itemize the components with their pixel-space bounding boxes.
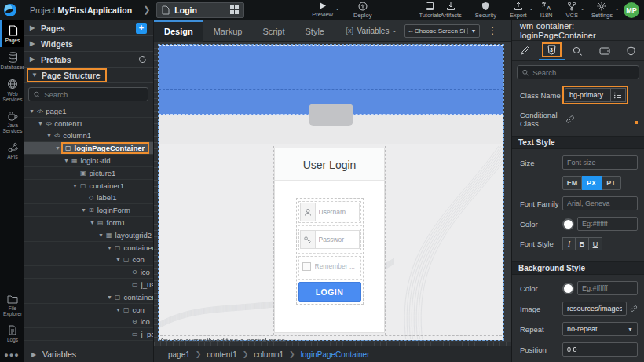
add-page-button[interactable]: +: [136, 23, 147, 34]
bg-color-input[interactable]: [577, 281, 638, 295]
caret-down-icon[interactable]: ▼: [37, 121, 44, 126]
caret-down-icon[interactable]: ▼: [115, 257, 122, 262]
export-button[interactable]: Export ⌄: [510, 2, 527, 19]
tab-style[interactable]: Style: [295, 20, 335, 42]
username-input[interactable]: [315, 203, 360, 221]
tree-item-container[interactable]: ▼▢container: [24, 291, 153, 304]
caret-down-icon[interactable]: ▼: [106, 294, 113, 300]
login-button[interactable]: LOGIN: [298, 282, 361, 302]
user-avatar[interactable]: MP: [624, 2, 639, 18]
text-color-input[interactable]: [577, 217, 638, 231]
login-form[interactable]: Remember ... LOGIN: [296, 198, 364, 305]
structure-search[interactable]: [28, 87, 148, 101]
security-button[interactable]: Security: [475, 2, 496, 19]
sidebar-item-file-explorer[interactable]: File Explorer: [0, 290, 24, 320]
vcs-button[interactable]: VCS ⌄: [565, 2, 577, 19]
caret-down-icon[interactable]: ▼: [28, 108, 35, 114]
font-size-input[interactable]: [562, 155, 638, 170]
sidebar-item-apis[interactable]: APIs: [0, 137, 24, 163]
tree-item-j_password[interactable]: ▭j_pa: [24, 328, 153, 341]
bg-position-input[interactable]: [562, 342, 638, 357]
section-prefabs[interactable]: ▶ Prefabs: [24, 52, 153, 68]
breadcrumb-loginPageContainer[interactable]: loginPageContainer: [301, 350, 370, 359]
tree-item-loginPageContainer[interactable]: ▼▢loginPageContainer: [24, 142, 153, 155]
unit-em-button[interactable]: EM: [562, 176, 582, 190]
settings-button[interactable]: Settings ⌄: [591, 2, 613, 19]
picture-placeholder[interactable]: [309, 104, 353, 126]
section-variables[interactable]: ▶ Variables: [24, 346, 153, 362]
tab-markup[interactable]: Markup: [203, 20, 253, 42]
caret-down-icon[interactable]: ▼: [115, 307, 122, 313]
i18n-button[interactable]: A I18N: [540, 2, 553, 19]
caret-down-icon[interactable]: ▼: [46, 133, 53, 138]
caret-down-icon[interactable]: ▼: [80, 207, 87, 213]
caret-down-icon[interactable]: ▼: [63, 158, 70, 163]
screen-size-select[interactable]: -- Choose Screen Size -- ▼: [404, 24, 480, 38]
tab-design[interactable]: Design: [154, 20, 203, 42]
underline-button[interactable]: U: [589, 237, 602, 250]
bg-color-swatch[interactable]: [562, 283, 574, 294]
tree-item-container[interactable]: ▼▢con: [24, 304, 153, 316]
more-icon[interactable]: ●●●: [0, 346, 24, 362]
sidebar-item-web-services[interactable]: Web Services: [0, 74, 24, 106]
tutorials-button[interactable]: Tutorials: [419, 2, 441, 19]
font-family-input[interactable]: [562, 196, 638, 210]
tree-item-loginGrid[interactable]: ▼▦loginGrid: [24, 155, 153, 167]
tab-security[interactable]: [617, 41, 644, 60]
caret-down-icon[interactable]: ▼: [71, 183, 79, 188]
tree-item-container1[interactable]: ▼▢container1: [24, 180, 153, 192]
page-header-section[interactable]: [159, 45, 503, 90]
artifacts-button[interactable]: Artifacts: [441, 2, 462, 19]
app-logo[interactable]: [0, 0, 20, 20]
sidebar-item-databases[interactable]: Databases: [0, 47, 24, 74]
page-preview[interactable]: User Login: [159, 45, 503, 340]
variables-dropdown[interactable]: {x} Variables ⌄: [346, 27, 397, 35]
tab-styles[interactable]: 3: [539, 41, 565, 60]
tab-script[interactable]: Script: [252, 20, 295, 42]
class-name-input[interactable]: [565, 88, 610, 102]
breadcrumb-column1[interactable]: column1: [254, 350, 284, 359]
refresh-icon[interactable]: [138, 55, 147, 64]
password-input[interactable]: [315, 230, 360, 249]
breadcrumb-content1[interactable]: content1: [207, 350, 236, 359]
preview-button[interactable]: Preview ⌄: [312, 2, 333, 18]
remember-checkbox[interactable]: [302, 262, 311, 271]
section-page-structure[interactable]: ▼ Page Structure: [24, 68, 153, 83]
tree-item-label1[interactable]: ◇label1: [24, 192, 153, 205]
unit-px-button[interactable]: PX: [582, 176, 602, 190]
caret-down-icon[interactable]: ▼: [89, 220, 96, 225]
tree-item-j_username[interactable]: ▭j_us: [24, 279, 153, 291]
caret-down-icon[interactable]: ▼: [97, 232, 104, 238]
search-input[interactable]: [532, 68, 634, 77]
caret-down-icon[interactable]: ▼: [54, 145, 61, 151]
tree-item-icon[interactable]: ⊖ico: [24, 266, 153, 279]
class-list-button[interactable]: [610, 88, 626, 102]
tree-item-page1[interactable]: ▼</>page1: [24, 105, 153, 118]
chain-link-icon[interactable]: [565, 115, 575, 124]
deploy-button[interactable]: Deploy: [353, 2, 371, 19]
page-content-section[interactable]: User Login: [159, 146, 503, 339]
kebab-menu-icon[interactable]: ⋮: [488, 25, 497, 36]
tree-item-icon[interactable]: ⊖ico: [24, 316, 153, 329]
properties-search[interactable]: [517, 65, 639, 79]
italic-button[interactable]: I: [562, 237, 576, 250]
grid-icon[interactable]: [230, 5, 239, 14]
tree-item-column1[interactable]: ▼</>column1: [24, 130, 153, 143]
caret-down-icon[interactable]: ▼: [106, 245, 113, 250]
tree-item-container[interactable]: ▼▢con: [24, 254, 153, 267]
bold-button[interactable]: B: [576, 237, 589, 250]
sidebar-item-pages[interactable]: Pages: [0, 20, 24, 47]
bg-image-input[interactable]: [562, 302, 627, 316]
text-color-swatch[interactable]: [562, 218, 574, 230]
bg-repeat-select[interactable]: no-repeat ▼: [562, 322, 638, 336]
section-pages[interactable]: ▶ Pages +: [24, 20, 153, 36]
tab-events[interactable]: [565, 41, 591, 60]
sidebar-item-logs[interactable]: Logs: [0, 320, 24, 346]
login-card[interactable]: User Login: [274, 148, 385, 333]
tree-item-loginForm[interactable]: ▼⊞loginForm: [24, 204, 153, 217]
tree-item-content1[interactable]: ▼</>content1: [24, 118, 153, 130]
tree-item-container[interactable]: ▼▢container: [24, 242, 153, 254]
sidebar-item-java-services[interactable]: Java Services: [0, 106, 24, 137]
section-widgets[interactable]: ▶ Widgets: [24, 36, 153, 52]
tree-item-picture1[interactable]: ▣picture1: [24, 167, 153, 180]
